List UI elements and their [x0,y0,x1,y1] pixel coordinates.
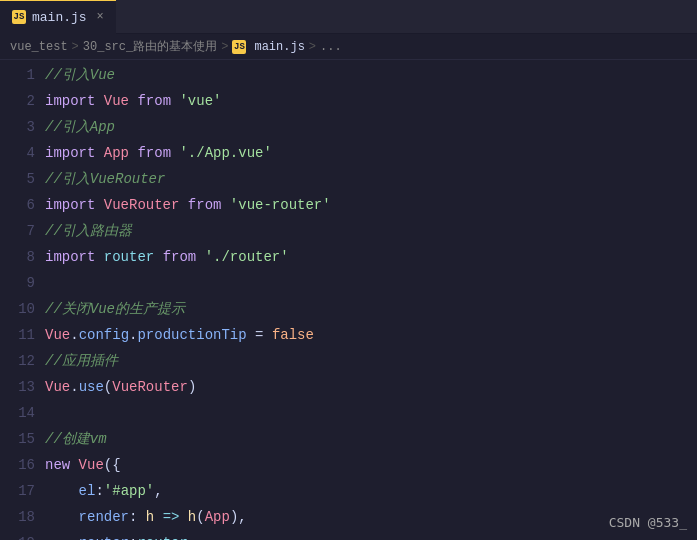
line-number: 18 [0,504,35,530]
line-number: 4 [0,140,35,166]
line-number: 10 [0,296,35,322]
code-line: Vue.config.productionTip = false [45,322,697,348]
tab-bar: JS main.js × [0,0,697,34]
code-line: //引入App [45,114,697,140]
line-number: 11 [0,322,35,348]
code-line: import App from './App.vue' [45,140,697,166]
breadcrumb: vue_test > 30_src_路由的基本使用 > JS main.js >… [0,34,697,60]
code-line: //引入VueRouter [45,166,697,192]
code-line: //创建vm [45,426,697,452]
code-line: //关闭Vue的生产提示 [45,296,697,322]
tab-close-icon[interactable]: × [97,10,104,24]
line-number: 3 [0,114,35,140]
breadcrumb-folder: 30_src_路由的基本使用 [83,38,217,55]
code-line: //应用插件 [45,348,697,374]
line-number: 2 [0,88,35,114]
tab-js-icon: JS [12,10,26,24]
breadcrumb-filename: main.js [254,40,304,54]
breadcrumb-vue-test: vue_test [10,40,68,54]
watermark: CSDN @533_ [609,515,687,530]
tab-main-js[interactable]: JS main.js × [0,0,116,34]
code-line: //引入路由器 [45,218,697,244]
breadcrumb-dots: ... [320,40,342,54]
line-number: 9 [0,270,35,296]
line-number: 15 [0,426,35,452]
code-line: //引入Vue [45,62,697,88]
line-number: 13 [0,374,35,400]
code-line: el:'#app', [45,478,697,504]
line-number: 19 [0,530,35,540]
code-line: import router from './router' [45,244,697,270]
editor: 1234567891011121314151617181920 //引入Vuei… [0,60,697,540]
code-line [45,270,697,296]
line-number: 1 [0,62,35,88]
code-line: new Vue({ [45,452,697,478]
line-number: 6 [0,192,35,218]
line-number: 16 [0,452,35,478]
line-number: 12 [0,348,35,374]
code-area[interactable]: //引入Vueimport Vue from 'vue'//引入Appimpor… [45,60,697,540]
code-line: Vue.use(VueRouter) [45,374,697,400]
code-line: import VueRouter from 'vue-router' [45,192,697,218]
line-number: 5 [0,166,35,192]
tab-label: main.js [32,10,87,25]
code-line: router:router [45,530,697,540]
code-line [45,400,697,426]
breadcrumb-sep3: > [309,40,316,54]
line-numbers: 1234567891011121314151617181920 [0,60,45,540]
line-number: 7 [0,218,35,244]
line-number: 8 [0,244,35,270]
breadcrumb-sep1: > [72,40,79,54]
breadcrumb-js-icon: JS [232,40,246,54]
line-number: 14 [0,400,35,426]
breadcrumb-sep2: > [221,40,228,54]
line-number: 17 [0,478,35,504]
code-line: render: h => h(App), [45,504,697,530]
code-line: import Vue from 'vue' [45,88,697,114]
